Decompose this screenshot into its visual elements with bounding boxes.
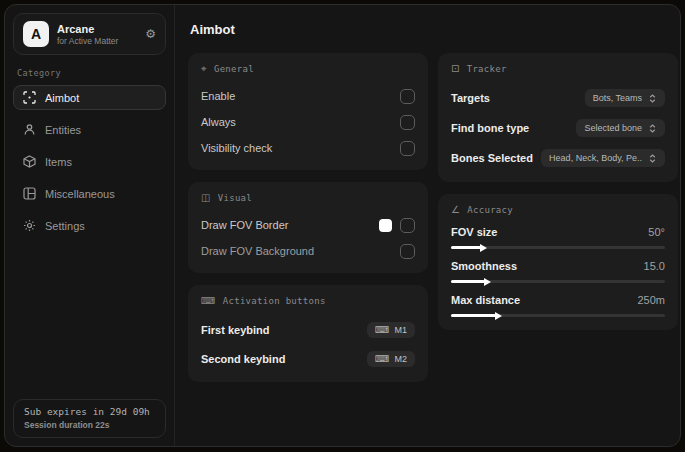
slider-value: 15.0 (644, 260, 665, 272)
setting-label: Targets (451, 92, 490, 104)
setting-label: Bones Selected (451, 152, 533, 164)
draw-fov-background-checkbox[interactable] (400, 244, 415, 259)
expand-icon (648, 94, 657, 103)
expand-icon (648, 154, 657, 163)
setting-row-visibility-check: Visibility check (201, 137, 415, 159)
sidebar-item-label: Miscellaneous (45, 188, 115, 200)
activation-buttons-card: ⌨ Activation buttons First keybind ⌨ M1 … (188, 285, 428, 382)
section-title: Tracker (467, 64, 507, 74)
setting-label: Max distance (451, 294, 520, 306)
dropdown-value: Bots, Teams (593, 93, 642, 103)
setting-label: First keybind (201, 324, 269, 336)
dropdown-value: Selected bone (584, 123, 642, 133)
setting-row-enable: Enable (201, 85, 415, 107)
fov-border-controls (379, 218, 415, 233)
general-card: ⌖ General Enable Always Visibility check (188, 53, 428, 170)
smoothness-setting: Smoothness 15.0 (451, 260, 665, 283)
setting-label: FOV size (451, 226, 497, 238)
section-title: Accuracy (467, 205, 513, 215)
visibility-check-checkbox[interactable] (400, 141, 415, 156)
sidebar-item-settings[interactable]: Settings (13, 213, 166, 238)
general-header: ⌖ General (201, 64, 415, 74)
setting-row-targets: Targets Bots, Teams (451, 85, 665, 111)
setting-label: Draw FOV Border (201, 219, 288, 231)
slider-thumb[interactable] (495, 312, 502, 320)
setting-row-always: Always (201, 111, 415, 133)
setting-label: Always (201, 116, 236, 128)
setting-row-draw-fov-border: Draw FOV Border (201, 214, 415, 236)
tracker-header: ⊡ Tracker (451, 64, 665, 74)
slider-fill (451, 280, 485, 283)
sidebar-item-items[interactable]: Items (13, 149, 166, 174)
slider-value: 250m (637, 294, 665, 306)
sidebar-item-entities[interactable]: Entities (13, 117, 166, 142)
slider-thumb[interactable] (484, 278, 491, 286)
setting-label: Visibility check (201, 142, 272, 154)
setting-row-find-bone-type: Find bone type Selected bone (451, 115, 665, 141)
targets-dropdown[interactable]: Bots, Teams (585, 89, 665, 107)
max-distance-slider[interactable] (451, 314, 665, 317)
sidebar-item-label: Aimbot (45, 92, 79, 104)
section-title: Activation buttons (223, 296, 326, 306)
accuracy-card: ∠ Accuracy FOV size 50° (438, 194, 678, 330)
find-bone-type-dropdown[interactable]: Selected bone (576, 119, 665, 137)
brand-card: A Arcane for Active Matter ⚙ (13, 13, 166, 55)
accuracy-header: ∠ Accuracy (451, 205, 665, 215)
main-content: Aimbot ⌖ General Enable Always (175, 5, 680, 446)
dropdown-value: Head, Neck, Body, Pe.. (549, 153, 642, 163)
app-logo: A (23, 21, 49, 47)
slider-thumb[interactable] (480, 244, 487, 252)
layout-icon (23, 187, 36, 200)
left-column: ⌖ General Enable Always Visibility check (188, 53, 428, 382)
session-duration-text: Session duration 22s (24, 420, 155, 430)
app-subtitle: for Active Matter (57, 36, 118, 46)
keyboard-section-icon: ⌨ (201, 296, 216, 306)
visual-header: ◫ Visual (201, 193, 415, 203)
setting-label: Draw FOV Background (201, 245, 314, 257)
cheat-menu-window: A Arcane for Active Matter ⚙ Category Ai… (4, 4, 681, 447)
keyboard-icon: ⌨ (375, 354, 389, 364)
right-column: ⊡ Tracker Targets Bots, Teams (438, 53, 678, 330)
visual-section-icon: ◫ (201, 193, 211, 203)
fov-size-setting: FOV size 50° (451, 226, 665, 249)
first-keybind-button[interactable]: ⌨ M1 (367, 322, 415, 338)
always-checkbox[interactable] (400, 115, 415, 130)
sidebar-item-label: Items (45, 156, 72, 168)
columns: ⌖ General Enable Always Visibility check (188, 53, 667, 382)
second-keybind-button[interactable]: ⌨ M2 (367, 351, 415, 367)
brand-text: Arcane for Active Matter (57, 23, 118, 46)
expand-icon (648, 124, 657, 133)
settings-gear-icon[interactable]: ⚙ (145, 28, 156, 40)
fov-border-color-swatch[interactable] (379, 219, 392, 232)
slider-fill (451, 246, 481, 249)
sidebar-item-aimbot[interactable]: Aimbot (13, 85, 166, 110)
slider-fill (451, 314, 496, 317)
subscription-info-card: Sub expires in 29d 09h Session duration … (13, 399, 166, 438)
tracker-card: ⊡ Tracker Targets Bots, Teams (438, 53, 678, 182)
setting-row-draw-fov-background: Draw FOV Background (201, 240, 415, 262)
setting-row-second-keybind: Second keybind ⌨ M2 (201, 346, 415, 371)
setting-row-bones-selected: Bones Selected Head, Neck, Body, Pe.. (451, 145, 665, 171)
fov-size-slider[interactable] (451, 246, 665, 249)
smoothness-slider[interactable] (451, 280, 665, 283)
crosshair-icon (23, 91, 36, 104)
gear-icon (23, 219, 36, 232)
setting-label: Smoothness (451, 260, 517, 272)
enable-checkbox[interactable] (400, 89, 415, 104)
sub-expires-text: Sub expires in 29d 09h (24, 406, 155, 417)
sidebar: A Arcane for Active Matter ⚙ Category Ai… (5, 5, 175, 446)
person-icon (23, 123, 36, 136)
sidebar-item-miscellaneous[interactable]: Miscellaneous (13, 181, 166, 206)
keybind-value: M2 (394, 354, 407, 364)
section-title: General (214, 64, 254, 74)
keybind-value: M1 (394, 325, 407, 335)
angle-section-icon: ∠ (451, 205, 460, 215)
max-distance-setting: Max distance 250m (451, 294, 665, 317)
slider-value: 50° (648, 226, 665, 238)
bones-selected-dropdown[interactable]: Head, Neck, Body, Pe.. (541, 149, 665, 167)
setting-label: Enable (201, 90, 235, 102)
crosshair-section-icon: ⌖ (201, 64, 207, 74)
setting-label: Second keybind (201, 353, 285, 365)
category-label: Category (17, 68, 162, 78)
draw-fov-border-checkbox[interactable] (400, 218, 415, 233)
